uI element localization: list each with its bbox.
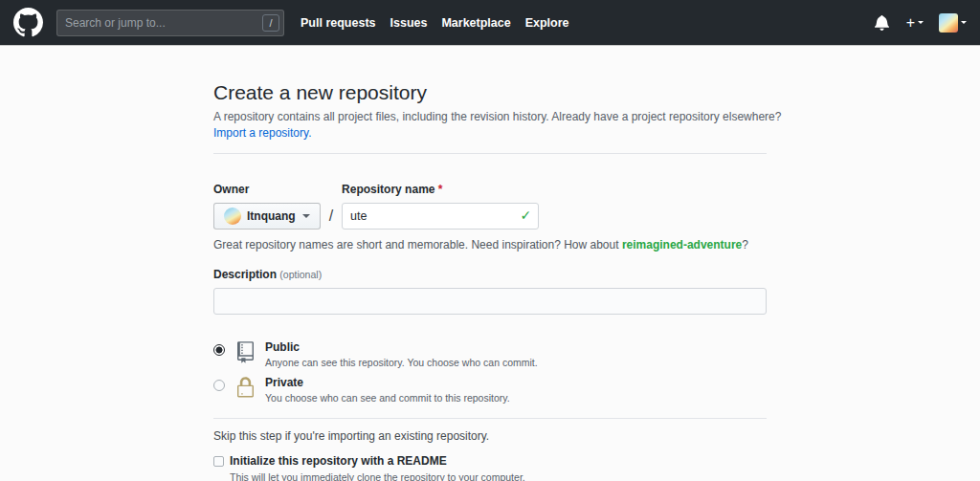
private-title: Private	[265, 375, 510, 390]
main-content: Create a new repository A repository con…	[0, 46, 980, 481]
search-shortcut-badge: /	[262, 14, 279, 32]
repo-book-icon	[237, 341, 254, 367]
page-subtitle: A repository contains all project files,…	[213, 109, 767, 142]
header-actions: +	[875, 13, 967, 33]
repo-name-hint: Great repository names are short and mem…	[213, 238, 767, 251]
global-header: / Pull requests Issues Marketplace Explo…	[0, 0, 980, 46]
public-option: Public Anyone can see this repository. Y…	[213, 339, 767, 368]
caret-down-icon	[302, 214, 310, 222]
optional-note: (optional)	[279, 269, 322, 280]
description-label-text: Description	[213, 268, 277, 281]
caret-down-icon	[918, 21, 924, 27]
owner-name: ltnquang	[247, 209, 296, 223]
subtitle-text: A repository contains all project files,…	[213, 109, 767, 125]
private-option: Private You choose who can see and commi…	[213, 375, 767, 404]
plus-icon: +	[906, 15, 915, 31]
hint-suffix: ?	[742, 238, 748, 251]
nav-explore[interactable]: Explore	[525, 16, 569, 30]
divider	[213, 418, 767, 419]
owner-repo-separator: /	[321, 208, 342, 225]
caret-down-icon	[961, 21, 967, 27]
readme-description: This will let you immediately clone the …	[230, 471, 525, 481]
search-input[interactable]	[56, 10, 284, 36]
public-title: Public	[265, 339, 538, 355]
readme-checkbox[interactable]	[213, 456, 224, 467]
owner-select-button[interactable]: ltnquang	[213, 203, 321, 230]
github-logo-icon[interactable]	[13, 8, 43, 37]
description-label: Description (optional)	[213, 268, 767, 281]
description-field: Description (optional)	[213, 268, 767, 315]
private-radio[interactable]	[213, 380, 225, 391]
valid-check-icon: ✓	[520, 208, 531, 223]
readme-option: Initialize this repository with a README…	[213, 454, 767, 481]
private-description: You choose who can see and commit to thi…	[265, 392, 510, 404]
import-repository-link[interactable]: Import a repository.	[213, 126, 311, 140]
owner-label: Owner	[213, 183, 321, 196]
repository-name-field: Repository name * ✓	[342, 183, 539, 230]
notifications-bell-icon[interactable]	[875, 14, 889, 31]
user-menu[interactable]	[939, 13, 967, 33]
owner-avatar	[224, 208, 241, 225]
repository-name-label: Repository name *	[342, 183, 539, 196]
divider	[213, 153, 767, 154]
nav-pull-requests[interactable]: Pull requests	[301, 16, 376, 30]
readme-label: Initialize this repository with a README	[230, 454, 525, 469]
repository-name-input[interactable]	[342, 203, 539, 230]
create-new-menu[interactable]: +	[906, 15, 924, 31]
header-search: /	[56, 10, 284, 36]
description-input[interactable]	[213, 288, 767, 315]
public-description: Anyone can see this repository. You choo…	[265, 357, 538, 368]
repository-name-label-text: Repository name	[342, 183, 434, 196]
skip-note: Skip this step if you're importing an ex…	[213, 429, 767, 443]
nav-issues[interactable]: Issues	[390, 16, 428, 30]
nav-marketplace[interactable]: Marketplace	[441, 16, 510, 30]
page-title: Create a new repository	[213, 80, 767, 105]
owner-field: Owner ltnquang	[213, 183, 321, 230]
required-asterisk: *	[438, 183, 443, 196]
owner-repo-row: Owner ltnquang / Repository name * ✓	[213, 183, 767, 230]
visibility-options: Public Anyone can see this repository. Y…	[213, 339, 767, 404]
lock-icon	[237, 377, 254, 403]
suggested-repo-name[interactable]: reimagined-adventure	[622, 238, 742, 251]
header-nav: Pull requests Issues Marketplace Explore	[301, 16, 584, 30]
hint-text: Great repository names are short and mem…	[213, 238, 619, 251]
public-radio[interactable]	[213, 344, 225, 356]
user-avatar	[939, 13, 958, 33]
